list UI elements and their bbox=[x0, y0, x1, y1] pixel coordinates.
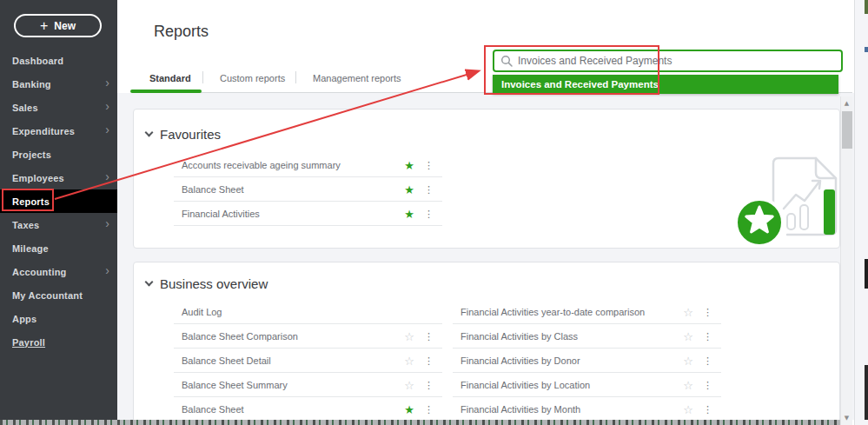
favourite-star-icon[interactable] bbox=[404, 208, 414, 219]
favourite-star-icon[interactable] bbox=[404, 159, 414, 170]
sidebar-item-employees[interactable]: Employees bbox=[0, 166, 117, 189]
chevron-down-icon bbox=[145, 129, 154, 137]
favourite-star-icon[interactable] bbox=[404, 379, 414, 390]
report-row: Balance Sheet Comparison bbox=[174, 324, 442, 349]
report-link[interactable]: Balance Sheet bbox=[174, 184, 244, 195]
favourite-star-icon[interactable] bbox=[683, 355, 693, 366]
section-business-overview: Business overview Audit Log Balance Shee… bbox=[133, 262, 840, 420]
report-row: Audit Log bbox=[174, 300, 442, 324]
section-title: Business overview bbox=[160, 276, 268, 291]
report-link[interactable]: Accounts receivable ageing summary bbox=[174, 160, 341, 170]
sidebar-item-taxes[interactable]: Taxes bbox=[0, 213, 117, 236]
kebab-menu-icon[interactable] bbox=[424, 159, 434, 170]
report-link[interactable]: Financial Activities bbox=[174, 209, 260, 219]
favourite-star-icon[interactable] bbox=[683, 330, 693, 342]
kebab-menu-icon[interactable] bbox=[424, 403, 434, 415]
sidebar-item-label: Banking bbox=[12, 79, 51, 90]
content-scroll-area: Favourites Accounts receivable ageing su… bbox=[117, 93, 854, 420]
sidebar-item-expenditures[interactable]: Expenditures bbox=[0, 119, 117, 143]
chevron-down-icon bbox=[145, 278, 154, 287]
kebab-menu-icon[interactable] bbox=[424, 355, 434, 366]
favourite-star-icon[interactable] bbox=[404, 355, 414, 366]
kebab-menu-icon[interactable] bbox=[703, 403, 712, 415]
sidebar-item-mileage[interactable]: Mileage bbox=[0, 236, 117, 260]
screen-edge-artifact bbox=[865, 47, 868, 52]
chevron-right-icon bbox=[105, 169, 109, 184]
quickbooks-reports-page: { "colors": { "accent_green": "#2ca01c",… bbox=[0, 0, 868, 425]
scrollbar-thumb[interactable] bbox=[842, 111, 852, 149]
search-value: Invoices and Received Payments bbox=[518, 55, 672, 67]
business-overview-section-header[interactable]: Business overview bbox=[146, 276, 268, 291]
sidebar-item-reports[interactable]: Reports bbox=[0, 189, 117, 213]
chevron-right-icon bbox=[105, 76, 109, 90]
sidebar-item-label: Dashboard bbox=[12, 56, 63, 66]
kebab-menu-icon[interactable] bbox=[424, 183, 434, 195]
inner-scrollbar[interactable] bbox=[840, 96, 852, 425]
screen-edge-artifact bbox=[865, 365, 868, 420]
sidebar-item-my-accountant[interactable]: My Accountant bbox=[0, 283, 117, 307]
favourite-star-icon[interactable] bbox=[683, 306, 693, 317]
report-link[interactable]: Balance Sheet Comparison bbox=[174, 331, 298, 342]
chevron-right-icon bbox=[105, 99, 109, 114]
report-link[interactable]: Balance Sheet Summary bbox=[174, 380, 288, 390]
report-link[interactable]: Audit Log bbox=[174, 307, 222, 317]
chevron-right-icon bbox=[105, 216, 109, 231]
report-link[interactable]: Balance Sheet Detail bbox=[174, 355, 271, 366]
sidebar-item-apps[interactable]: Apps bbox=[0, 307, 117, 330]
screen-edge-artifact bbox=[865, 0, 868, 14]
report-link[interactable]: Financial Activities by Class bbox=[453, 331, 578, 342]
business-overview-right-list: Financial Activities year-to-date compar… bbox=[453, 300, 721, 420]
favourite-star-icon[interactable] bbox=[404, 183, 414, 195]
report-link[interactable]: Financial Activities by Location bbox=[453, 380, 590, 390]
report-row: Financial Activities by Location bbox=[453, 373, 721, 397]
sidebar-item-label: My Accountant bbox=[12, 290, 83, 301]
favourites-list: Accounts receivable ageing summary Balan… bbox=[174, 153, 442, 226]
new-button[interactable]: New bbox=[14, 14, 102, 37]
sidebar-item-accounting[interactable]: Accounting bbox=[0, 260, 117, 283]
kebab-menu-icon[interactable] bbox=[703, 379, 712, 390]
sidebar-item-sales[interactable]: Sales bbox=[0, 96, 117, 119]
sidebar-item-label: Accounting bbox=[12, 267, 67, 277]
favourites-section-header[interactable]: Favourites bbox=[146, 127, 221, 142]
tab-management-reports[interactable]: Management reports bbox=[313, 73, 401, 83]
report-link[interactable]: Balance Sheet bbox=[174, 404, 244, 415]
favourite-star-icon[interactable] bbox=[404, 330, 414, 342]
sidebar-item-projects[interactable]: Projects bbox=[0, 143, 117, 166]
kebab-menu-icon[interactable] bbox=[703, 355, 712, 366]
kebab-menu-icon[interactable] bbox=[703, 330, 712, 342]
report-link[interactable]: Financial Activities by Donor bbox=[453, 355, 580, 366]
tab-standard[interactable]: Standard bbox=[149, 73, 191, 83]
kebab-menu-icon[interactable] bbox=[703, 306, 712, 317]
report-search-input[interactable]: Invoices and Received Payments bbox=[493, 50, 843, 72]
sidebar-item-label: Mileage bbox=[12, 243, 49, 254]
search-icon bbox=[500, 55, 513, 67]
sidebar-item-label: Sales bbox=[12, 103, 38, 113]
tab-custom-reports[interactable]: Custom reports bbox=[220, 73, 285, 83]
report-row: Balance Sheet bbox=[174, 177, 442, 202]
kebab-menu-icon[interactable] bbox=[424, 330, 434, 342]
favourite-star-icon[interactable] bbox=[404, 403, 414, 415]
report-row: Balance Sheet Detail bbox=[174, 349, 442, 373]
report-row: Financial Activities by Class bbox=[453, 324, 721, 349]
report-link[interactable]: Financial Activities year-to-date compar… bbox=[453, 307, 645, 317]
sidebar-item-payroll[interactable]: Payroll bbox=[0, 330, 117, 354]
search-suggestion-highlighted[interactable]: Invoices and Received Payments bbox=[493, 75, 838, 94]
scroll-up-arrow-icon[interactable] bbox=[841, 100, 852, 107]
sidebar-item-label: Projects bbox=[12, 149, 51, 160]
report-row: Financial Activities bbox=[174, 202, 442, 226]
sidebar-item-dashboard[interactable]: Dashboard bbox=[0, 49, 117, 72]
favourite-star-icon[interactable] bbox=[683, 403, 693, 415]
report-chart-illustration bbox=[732, 144, 839, 248]
report-link[interactable]: Financial Activities by Month bbox=[453, 404, 580, 415]
scroll-down-arrow-icon[interactable] bbox=[841, 415, 852, 422]
kebab-menu-icon[interactable] bbox=[424, 379, 434, 390]
sidebar-item-banking[interactable]: Banking bbox=[0, 72, 117, 96]
report-row: Financial Activities by Month bbox=[453, 397, 721, 420]
new-button-label: New bbox=[54, 20, 76, 32]
tab-divider bbox=[202, 71, 203, 83]
chevron-right-icon bbox=[105, 263, 109, 278]
favourite-star-icon[interactable] bbox=[683, 379, 693, 390]
sidebar-nav: Dashboard Banking Sales Expenditures Pro… bbox=[0, 49, 117, 354]
screen-edge-artifact bbox=[865, 259, 868, 289]
kebab-menu-icon[interactable] bbox=[424, 208, 434, 219]
